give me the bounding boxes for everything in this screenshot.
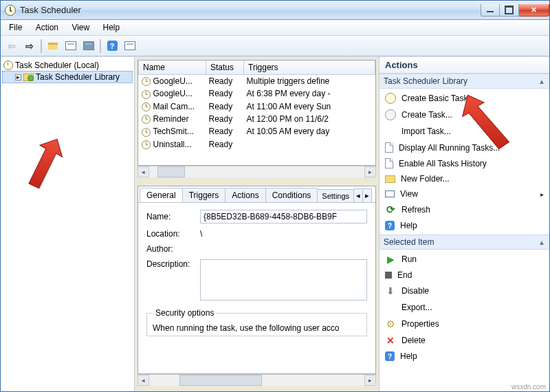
window-title: Task Scheduler bbox=[20, 5, 81, 15]
help-button[interactable]: ? bbox=[104, 38, 120, 54]
library-folder-icon bbox=[23, 74, 34, 81]
action-create-basic-task[interactable]: Create Basic Task... bbox=[380, 90, 549, 107]
task-icon bbox=[142, 115, 151, 124]
create-basic-task-icon bbox=[385, 93, 396, 104]
tab-scroll-right[interactable]: ▸ bbox=[362, 188, 372, 202]
col-status[interactable]: Status bbox=[206, 61, 244, 75]
tab-general[interactable]: General bbox=[140, 188, 183, 203]
export-icon bbox=[385, 302, 396, 313]
tree-library[interactable]: ▸ Task Scheduler Library bbox=[2, 71, 133, 83]
run-icon: ▶ bbox=[385, 254, 396, 265]
forward-button[interactable]: ⇨ bbox=[21, 38, 38, 54]
action-view[interactable]: View▸ bbox=[380, 186, 549, 202]
task-icon bbox=[142, 90, 151, 99]
delete-icon: ✕ bbox=[385, 335, 396, 346]
folder-icon bbox=[48, 43, 58, 50]
watermark: wsxdn.com bbox=[512, 383, 546, 391]
tree-root[interactable]: Task Scheduler (Local) bbox=[2, 60, 133, 71]
table-row[interactable]: GoogleU...ReadyMultiple triggers define bbox=[139, 75, 375, 88]
collapse-icon[interactable]: ▲ bbox=[538, 239, 545, 246]
show-hide-console-button[interactable] bbox=[63, 38, 79, 54]
end-icon bbox=[385, 272, 392, 279]
table-row[interactable]: Uninstall...Ready bbox=[139, 138, 375, 151]
tab-settings[interactable]: Settings bbox=[317, 189, 354, 202]
section-selected-item[interactable]: Selected Item ▲ bbox=[380, 235, 549, 250]
properties-button[interactable] bbox=[80, 38, 97, 54]
col-triggers[interactable]: Triggers bbox=[244, 61, 375, 75]
action-disable[interactable]: ⬇Disable bbox=[380, 283, 549, 299]
horizontal-scrollbar[interactable]: ◂ ▸ bbox=[138, 166, 376, 177]
col-name[interactable]: Name bbox=[139, 61, 206, 75]
table-row[interactable]: GoogleU...ReadyAt 6:38 PM every day - bbox=[139, 87, 375, 100]
tab-conditions[interactable]: Conditions bbox=[265, 188, 318, 202]
tab-scroll-left[interactable]: ◂ bbox=[353, 188, 363, 202]
app-clock-icon bbox=[5, 5, 16, 16]
console-tree-icon bbox=[65, 41, 76, 50]
action-enable-history[interactable]: Enable All Tasks History bbox=[380, 155, 549, 171]
scroll-thumb[interactable] bbox=[157, 166, 185, 177]
toolbar-separator bbox=[100, 39, 101, 53]
tree-library-label: Task Scheduler Library bbox=[36, 72, 120, 82]
minimize-button[interactable] bbox=[481, 4, 500, 17]
task-details-tabs: General Triggers Actions Conditions Sett… bbox=[138, 186, 376, 374]
menu-file[interactable]: File bbox=[3, 21, 28, 34]
author-label: Author: bbox=[146, 244, 200, 254]
expand-icon[interactable]: ▸ bbox=[15, 74, 21, 80]
description-label: Description: bbox=[146, 259, 200, 269]
security-options-group: Security options When running the task, … bbox=[146, 308, 367, 336]
action-new-folder[interactable]: New Folder... bbox=[380, 171, 549, 186]
action-properties[interactable]: Properties bbox=[380, 316, 549, 332]
table-row[interactable]: Mail Cam...ReadyAt 11:00 AM every Sun bbox=[139, 100, 375, 113]
action-display-running[interactable]: Display All Running Tasks... bbox=[380, 140, 549, 155]
scroll-thumb[interactable] bbox=[179, 375, 262, 386]
properties-icon bbox=[83, 41, 94, 50]
security-options-text: When running the task, use the following… bbox=[153, 323, 361, 333]
task-icon bbox=[142, 77, 151, 86]
action-run[interactable]: ▶Run bbox=[380, 251, 549, 268]
action-help-2[interactable]: ?Help bbox=[380, 349, 549, 364]
scroll-left-icon[interactable]: ◂ bbox=[138, 375, 149, 386]
up-folder-button[interactable] bbox=[45, 38, 61, 54]
menubar: File Action View Help bbox=[1, 20, 549, 36]
action-help[interactable]: ?Help bbox=[380, 218, 549, 233]
import-task-icon bbox=[385, 126, 396, 137]
tab-actions[interactable]: Actions bbox=[225, 188, 265, 202]
view-icon bbox=[385, 190, 395, 197]
menu-view[interactable]: View bbox=[66, 21, 95, 34]
show-action-pane-button[interactable] bbox=[122, 38, 138, 54]
name-label: Name: bbox=[146, 212, 200, 221]
action-end[interactable]: End bbox=[380, 268, 549, 283]
new-folder-icon bbox=[385, 175, 395, 183]
close-button[interactable] bbox=[519, 4, 549, 17]
action-export[interactable]: Export... bbox=[380, 299, 549, 316]
back-button[interactable]: ⇦ bbox=[3, 38, 20, 54]
properties-icon bbox=[385, 318, 396, 329]
action-refresh[interactable]: Refresh bbox=[380, 202, 549, 218]
table-row[interactable]: ReminderReadyAt 12:00 PM on 11/6/2 bbox=[139, 113, 375, 125]
scroll-right-icon[interactable]: ▸ bbox=[364, 375, 376, 386]
submenu-arrow-icon: ▸ bbox=[540, 190, 544, 198]
action-create-task[interactable]: Create Task... bbox=[380, 107, 549, 123]
tab-general-body: Name: Location: \ Author: Description: bbox=[138, 203, 375, 373]
menu-help[interactable]: Help bbox=[98, 21, 126, 34]
section-library[interactable]: Task Scheduler Library ▲ bbox=[380, 74, 549, 89]
table-row[interactable]: TechSmit...ReadyAt 10:05 AM every day bbox=[139, 125, 375, 138]
menu-action[interactable]: Action bbox=[30, 21, 64, 34]
action-pane-icon bbox=[124, 41, 135, 50]
actions-header: Actions bbox=[380, 57, 549, 74]
name-field[interactable] bbox=[200, 210, 367, 224]
scheduler-icon bbox=[3, 61, 13, 70]
collapse-icon[interactable]: ▲ bbox=[538, 78, 545, 85]
refresh-icon bbox=[385, 204, 396, 215]
maximize-button[interactable] bbox=[500, 4, 519, 17]
action-import-task[interactable]: Import Task... bbox=[380, 123, 549, 140]
horizontal-scrollbar-2[interactable]: ◂ ▸ bbox=[138, 374, 376, 386]
disable-icon: ⬇ bbox=[385, 285, 396, 296]
tab-triggers[interactable]: Triggers bbox=[182, 188, 226, 202]
action-delete[interactable]: ✕Delete bbox=[380, 332, 549, 349]
task-grid[interactable]: Name Status Triggers GoogleU...ReadyMult… bbox=[138, 60, 376, 166]
description-field[interactable] bbox=[200, 259, 367, 301]
scroll-right-icon[interactable]: ▸ bbox=[364, 166, 376, 177]
navigation-tree-pane: Task Scheduler (Local) ▸ Task Scheduler … bbox=[1, 57, 135, 391]
scroll-left-icon[interactable]: ◂ bbox=[138, 166, 149, 177]
